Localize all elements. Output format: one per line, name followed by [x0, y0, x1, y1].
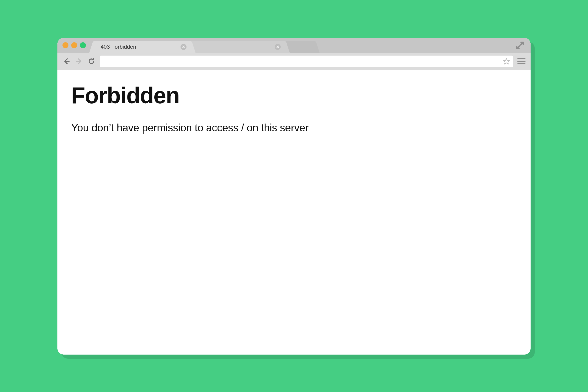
address-bar[interactable]: [100, 56, 513, 67]
arrow-right-icon: [76, 58, 82, 65]
close-icon: [182, 46, 185, 48]
window-close-button[interactable]: [62, 42, 68, 48]
hamburger-icon: [517, 58, 526, 59]
window-minimize-button[interactable]: [71, 42, 77, 48]
close-icon: [276, 46, 279, 48]
bookmark-button[interactable]: [503, 58, 510, 65]
url-input[interactable]: [103, 58, 503, 64]
reload-button[interactable]: [87, 57, 96, 66]
traffic-lights: [62, 42, 86, 48]
tab-strip: 403 Forbidden: [58, 38, 530, 53]
expand-icon: [516, 41, 524, 50]
error-message: You don’t have permission to access / on…: [71, 122, 517, 134]
error-heading: Forbidden: [71, 82, 517, 108]
tab-close-button[interactable]: [180, 44, 186, 50]
tab-title: 403 Forbidden: [100, 44, 174, 50]
tab-active[interactable]: 403 Forbidden: [94, 41, 191, 53]
forward-button[interactable]: [75, 57, 83, 66]
reload-icon: [88, 58, 95, 65]
star-icon: [503, 58, 510, 65]
back-button[interactable]: [62, 57, 71, 66]
arrow-left-icon: [63, 58, 70, 65]
expand-window-button[interactable]: [516, 41, 524, 50]
window-zoom-button[interactable]: [80, 42, 86, 48]
page-viewport: Forbidden You don’t have permission to a…: [58, 70, 530, 354]
tab-close-button[interactable]: [275, 44, 281, 50]
browser-window: 403 Forbidden: [58, 38, 530, 354]
menu-button[interactable]: [517, 57, 526, 66]
toolbar: [58, 53, 530, 70]
tab-inactive[interactable]: [188, 41, 285, 53]
